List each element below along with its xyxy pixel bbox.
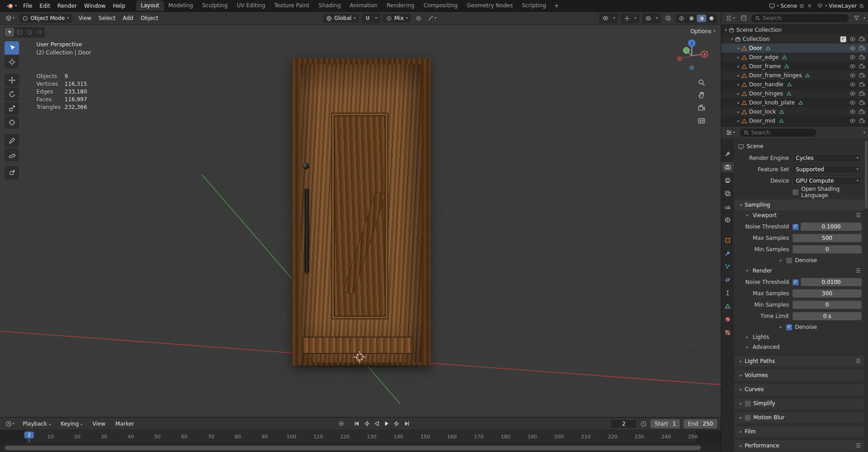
menu-edit[interactable]: Edit bbox=[36, 1, 54, 10]
timeline-scrollbar[interactable] bbox=[0, 443, 721, 452]
render-time-limit-field[interactable]: 0 s bbox=[793, 312, 862, 320]
tab-object-data-properties[interactable] bbox=[721, 301, 734, 311]
expand-arrow-icon[interactable]: ▸ bbox=[736, 64, 741, 69]
curves-header[interactable]: ▸ Curves bbox=[734, 384, 864, 395]
properties-search-input[interactable] bbox=[751, 129, 813, 136]
play-reverse-button[interactable] bbox=[373, 420, 381, 428]
auto-keying-toggle[interactable] bbox=[337, 420, 346, 428]
workspace-tab-modeling[interactable]: Modeling bbox=[164, 0, 198, 11]
menu-viewport-view[interactable]: View bbox=[75, 14, 95, 23]
tool-move[interactable] bbox=[5, 74, 19, 87]
menu-playback[interactable]: Playback ▾ bbox=[19, 419, 54, 428]
feature-set-select[interactable]: Supported ▾ bbox=[793, 165, 862, 174]
tool-select-box[interactable] bbox=[5, 41, 19, 55]
workspace-tab-shading[interactable]: Shading bbox=[314, 0, 345, 11]
menu-window[interactable]: Window bbox=[80, 1, 109, 10]
show-gizmo-toggle[interactable] bbox=[622, 14, 632, 23]
zoom-control[interactable] bbox=[698, 79, 705, 86]
select-mode-circle[interactable] bbox=[25, 28, 34, 37]
workspace-tab-scripting[interactable]: Scripting bbox=[517, 0, 551, 11]
disable-render-camera-icon[interactable] bbox=[859, 54, 865, 60]
light-paths-header[interactable]: ▸ Light Paths ☰ bbox=[734, 356, 864, 367]
preset-menu-icon[interactable]: ☰ bbox=[856, 442, 861, 449]
expand-arrow-icon[interactable]: ▸ bbox=[736, 119, 741, 123]
tool-annotate[interactable] bbox=[5, 134, 19, 147]
snap-toggle[interactable] bbox=[363, 14, 372, 23]
expand-arrow-icon[interactable]: ▸ bbox=[736, 55, 741, 60]
falloff-curve-dropdown[interactable]: ▾ bbox=[426, 14, 438, 23]
render-engine-select[interactable]: Cycles ▾ bbox=[793, 154, 862, 162]
disable-render-camera-icon[interactable] bbox=[859, 45, 865, 51]
shading-solid-button[interactable] bbox=[687, 15, 696, 22]
outliner-row-object[interactable]: ▸ Door_hinges bbox=[721, 89, 868, 98]
viewport-denoise-panel[interactable]: ▸ Denoise bbox=[734, 256, 864, 265]
workspace-tab-compositing[interactable]: Compositing bbox=[419, 0, 462, 11]
shading-wireframe-button[interactable] bbox=[677, 15, 686, 22]
play-button[interactable] bbox=[383, 420, 391, 428]
hide-viewport-eye-icon[interactable] bbox=[849, 118, 856, 124]
view-layer-selector[interactable]: ▾ ViewLayer ⧉ bbox=[817, 3, 864, 9]
simplify-checkbox[interactable] bbox=[745, 401, 751, 407]
hide-viewport-eye-icon[interactable] bbox=[849, 109, 856, 115]
hide-viewport-eye-icon[interactable] bbox=[849, 54, 856, 60]
viewport-noise-threshold-field[interactable]: 0.1000 bbox=[801, 223, 862, 231]
disable-render-camera-icon[interactable] bbox=[859, 72, 865, 79]
next-keyframe-button[interactable] bbox=[393, 420, 401, 428]
object-visibility-dropdown[interactable]: ▾ bbox=[611, 15, 617, 21]
gizmo-neg-x-axis[interactable] bbox=[677, 56, 682, 61]
motion-blur-header[interactable]: ▸ Motion Blur bbox=[734, 412, 864, 423]
tab-tool-properties[interactable] bbox=[721, 149, 734, 159]
gizmo-y-axis[interactable] bbox=[684, 48, 689, 54]
outliner-filter-button[interactable] bbox=[852, 14, 861, 22]
expand-arrow-icon[interactable]: ▸ bbox=[736, 109, 741, 114]
door-3d-model[interactable] bbox=[292, 58, 431, 366]
timeline-editor-type-selector[interactable]: ▾ bbox=[4, 419, 16, 428]
outliner-row-object[interactable]: ▸ Door_lock bbox=[721, 107, 868, 116]
sampling-panel-header[interactable]: ▾ Sampling bbox=[734, 199, 864, 210]
blender-menu-button[interactable]: ▾ bbox=[4, 2, 20, 10]
render-denoise-panel[interactable]: ▸ Denoise bbox=[734, 323, 864, 332]
outliner-row-object[interactable]: ▸ Door_mid bbox=[721, 116, 868, 125]
disable-render-camera-icon[interactable] bbox=[859, 63, 865, 70]
hide-viewport-eye-icon[interactable] bbox=[849, 72, 856, 79]
navigation-gizmo[interactable]: Z X bbox=[675, 38, 709, 72]
viewport-denoise-checkbox[interactable] bbox=[786, 258, 792, 263]
tab-scene-properties[interactable] bbox=[721, 202, 734, 212]
previous-keyframe-button[interactable] bbox=[363, 420, 371, 428]
menu-viewport-add[interactable]: Add bbox=[119, 14, 137, 23]
collection-exclude-checkbox[interactable] bbox=[840, 36, 846, 42]
shading-material-preview-button[interactable] bbox=[697, 15, 706, 22]
disable-render-camera-icon[interactable] bbox=[859, 99, 865, 106]
falloff-selector[interactable]: Mix ▾ bbox=[383, 14, 411, 23]
outliner-row-scene-collection[interactable]: ▾ Scene Collection bbox=[721, 25, 868, 35]
expand-arrow-icon[interactable]: ▸ bbox=[736, 82, 741, 87]
menu-viewport-object[interactable]: Object bbox=[137, 14, 162, 23]
motion-blur-checkbox[interactable] bbox=[745, 415, 751, 421]
workspace-tab-geometry-nodes[interactable]: Geometry Nodes bbox=[462, 0, 517, 11]
perspective-ortho-toggle[interactable] bbox=[698, 117, 705, 124]
workspace-tab-uv-editing[interactable]: UV Editing bbox=[232, 0, 270, 11]
sampling-viewport-header[interactable]: ▾ Viewport ☰ bbox=[734, 210, 864, 220]
preset-menu-icon[interactable]: ☰ bbox=[856, 268, 861, 274]
advanced-panel[interactable]: ▸ Advanced bbox=[734, 343, 864, 352]
expand-arrow-icon[interactable]: ▾ bbox=[723, 28, 729, 32]
tab-particle-properties[interactable] bbox=[721, 262, 734, 272]
device-select[interactable]: GPU Compute ▾ bbox=[793, 177, 862, 185]
outliner-row-object[interactable]: ▸ Door_frame_hinges bbox=[721, 71, 868, 80]
workspace-tab-sculpting[interactable]: Sculpting bbox=[198, 0, 232, 11]
lights-panel[interactable]: ▸ Lights bbox=[734, 333, 864, 342]
hide-viewport-eye-icon[interactable] bbox=[849, 45, 856, 51]
tool-transform[interactable] bbox=[5, 116, 19, 129]
outliner-search[interactable] bbox=[751, 14, 849, 23]
show-overlays-toggle[interactable] bbox=[644, 14, 653, 23]
outliner-row-object[interactable]: ▸ Door_frame bbox=[721, 62, 868, 71]
object-visibility-toggle[interactable] bbox=[600, 14, 610, 23]
viewport-max-samples-field[interactable]: 500 bbox=[793, 234, 862, 242]
mode-selector[interactable]: Object Mode ▾ bbox=[19, 14, 72, 23]
volumes-header[interactable]: ▸ Volumes bbox=[734, 370, 864, 381]
performance-header[interactable]: ▸ Performance ☰ bbox=[734, 440, 864, 451]
disable-render-camera-icon[interactable] bbox=[859, 36, 865, 42]
sampling-render-header[interactable]: ▾ Render ☰ bbox=[734, 266, 864, 276]
end-frame-field[interactable]: End250 bbox=[684, 419, 717, 428]
menu-viewport-select[interactable]: Select bbox=[95, 14, 119, 23]
